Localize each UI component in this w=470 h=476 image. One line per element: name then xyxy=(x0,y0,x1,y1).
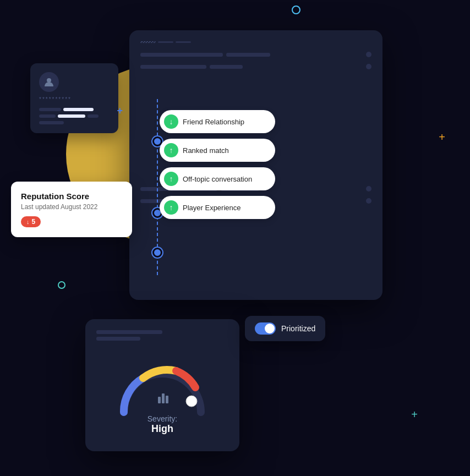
toggle-knob xyxy=(265,324,275,333)
dot-2 xyxy=(176,41,191,43)
pill-icon-down xyxy=(164,114,178,129)
user-bar xyxy=(39,121,64,124)
prioritized-label: Prioritized xyxy=(281,324,315,333)
arrow-up-icon xyxy=(170,174,173,184)
gauge-container: Severity: High xyxy=(96,352,228,440)
row-indicator xyxy=(366,198,371,204)
row-indicator xyxy=(366,52,371,57)
user-bar xyxy=(39,114,56,118)
category-pills-container: Friend Relationship Ranked match Off-top… xyxy=(160,110,275,219)
user-bar-highlight xyxy=(58,114,85,118)
prioritized-toggle[interactable] xyxy=(255,322,276,335)
arrow-down-icon xyxy=(170,117,173,127)
panel-bar xyxy=(140,53,223,57)
user-avatar xyxy=(39,72,59,92)
panel-header xyxy=(140,41,371,43)
reputation-badge: ↓ 5 xyxy=(21,216,41,227)
panel-bar xyxy=(140,65,206,69)
pill-label: Friend Relationship xyxy=(183,118,244,126)
arrow-up-icon xyxy=(170,145,173,155)
add-icon: + xyxy=(117,105,123,117)
deco-circle-top xyxy=(292,6,300,14)
svg-rect-4 xyxy=(166,396,168,403)
panel-bar xyxy=(226,53,270,57)
row-indicator xyxy=(366,64,371,69)
svg-point-1 xyxy=(186,396,197,407)
pill-off-topic[interactable]: Off-topic conversation xyxy=(160,167,275,190)
gauge-svg xyxy=(113,357,212,418)
svg-rect-2 xyxy=(158,397,161,403)
severity-header xyxy=(96,330,228,341)
pill-icon-up xyxy=(164,172,178,186)
pill-label: Ranked match xyxy=(183,146,229,155)
panel-row-2 xyxy=(140,64,371,69)
prioritized-card: Prioritized xyxy=(245,316,325,341)
severity-bar-2 xyxy=(96,337,140,341)
user-bar xyxy=(88,114,99,118)
timeline-node-3 xyxy=(152,248,162,258)
pill-label: Off-topic conversation xyxy=(183,175,252,183)
pill-player-experience[interactable]: Player Experience xyxy=(160,196,275,219)
user-info-bars xyxy=(39,108,110,124)
arrow-up-icon xyxy=(170,203,173,212)
pill-icon-up xyxy=(164,143,178,157)
gauge-wrapper xyxy=(113,357,212,420)
user-card: ********** + xyxy=(30,63,118,133)
svg-rect-3 xyxy=(162,393,165,403)
panel-bar xyxy=(210,65,243,69)
row-indicator xyxy=(366,186,371,192)
badge-value: 5 xyxy=(32,218,36,226)
reputation-subtitle: Last updated August 2022 xyxy=(21,203,122,211)
severity-value: High xyxy=(147,423,177,435)
panel-row-1 xyxy=(140,52,371,57)
deco-circle-left xyxy=(58,281,65,289)
severity-panel: Severity: High xyxy=(85,319,239,451)
user-name: ********** xyxy=(39,96,110,102)
pill-icon-up xyxy=(164,200,178,215)
pill-label: Player Experience xyxy=(183,204,241,212)
pill-friend-relationship[interactable]: Friend Relationship xyxy=(160,110,275,133)
severity-bar-1 xyxy=(96,330,162,334)
pill-ranked-match[interactable]: Ranked match xyxy=(160,139,275,162)
user-bar-highlight xyxy=(63,108,94,111)
reputation-card: Reputation Score Last updated August 202… xyxy=(11,182,132,237)
badge-arrow-icon: ↓ xyxy=(26,218,30,225)
plus-icon-orange: + xyxy=(439,131,445,144)
user-bar xyxy=(39,108,61,111)
plus-icon-teal: + xyxy=(411,408,418,421)
reputation-title: Reputation Score xyxy=(21,192,122,201)
svg-point-0 xyxy=(47,78,51,83)
dot-1 xyxy=(158,41,173,43)
dot-dashed xyxy=(140,41,156,43)
